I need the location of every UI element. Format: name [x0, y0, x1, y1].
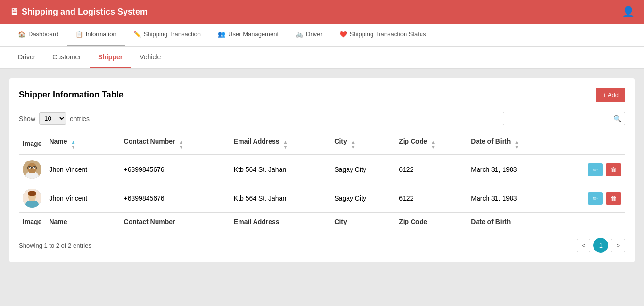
col-image: Image: [19, 133, 45, 155]
footer-col-image: Image: [19, 213, 45, 230]
zip-sort-icon: ▲▼: [431, 139, 436, 150]
sub-item-shipper[interactable]: Shipper: [90, 47, 131, 68]
svg-rect-3: [29, 170, 35, 173]
col-dob[interactable]: Date of Birth ▲▼: [467, 133, 558, 155]
city-sort-icon: ▲▼: [351, 139, 355, 150]
svg-point-7: [34, 167, 35, 168]
svg-point-6: [29, 167, 30, 168]
svg-point-13: [28, 191, 36, 196]
avatar-cell: [19, 155, 45, 184]
avatar-cell: [19, 184, 45, 213]
footer-col-actions: [558, 213, 625, 230]
name-cell: Jhon Vincent: [45, 155, 120, 184]
delete-button[interactable]: 🗑: [606, 192, 621, 205]
footer-col-contact: Contact Number: [120, 213, 230, 230]
col-name[interactable]: Name ▲ ▼: [45, 133, 120, 155]
edit-button[interactable]: ✏: [588, 192, 603, 205]
city-cell: Sagay City: [330, 184, 395, 213]
footer-col-zip: Zip Code: [395, 213, 467, 230]
table-footer: Image Name Contact Number Email Address …: [19, 213, 625, 230]
footer-col-name: Name: [45, 213, 120, 230]
home-icon: 🏠: [18, 31, 25, 38]
email-cell: Ktb 564 St. Jahan: [230, 184, 330, 213]
page-1-button[interactable]: 1: [593, 238, 608, 253]
entries-label: entries: [70, 115, 90, 122]
content-area: Driver Customer Shipper Vehicle Shipper …: [0, 47, 644, 262]
zip-cell: 6122: [395, 155, 467, 184]
city-cell: Sagay City: [330, 155, 395, 184]
header: 🖥 Shipping and Logistics System 👤: [0, 0, 644, 24]
dob-sort-icon: ▲▼: [514, 139, 519, 150]
shipper-table: Image Name ▲ ▼ Contact Number ▲▼ Email A…: [19, 133, 625, 230]
users-icon: 👥: [218, 31, 225, 38]
footer-col-dob: Date of Birth: [467, 213, 558, 230]
col-actions: [558, 133, 625, 155]
table-card-header: Shipper Information Table + Add: [19, 88, 625, 102]
sub-item-vehicle[interactable]: Vehicle: [131, 47, 169, 68]
email-sort-icon: ▲▼: [283, 139, 288, 150]
col-zip[interactable]: Zip Code ▲▼: [395, 133, 467, 155]
search-box: 🔍: [503, 112, 625, 125]
nav-item-information[interactable]: 📋 Information: [67, 24, 125, 46]
table-row: Jhon Vincent +6399845676 Ktb 564 St. Jah…: [19, 155, 625, 184]
dob-cell: March 31, 1983: [467, 155, 558, 184]
edit-button[interactable]: ✏: [588, 163, 603, 176]
next-page-button[interactable]: >: [611, 239, 625, 252]
table-controls: Show 10 25 50 100 entries 🔍: [19, 112, 625, 125]
bike-icon: 🚲: [296, 31, 303, 38]
search-icon: 🔍: [613, 115, 621, 122]
table-body: Jhon Vincent +6399845676 Ktb 564 St. Jah…: [19, 155, 625, 213]
show-entries-control: Show 10 25 50 100 entries: [19, 112, 90, 125]
email-cell: Ktb 564 St. Jahan: [230, 155, 330, 184]
info-icon: 📋: [75, 31, 83, 38]
table-header: Image Name ▲ ▼ Contact Number ▲▼ Email A…: [19, 133, 625, 155]
dob-cell: March 31, 1983: [467, 184, 558, 213]
contact-sort-icon: ▲▼: [179, 139, 183, 150]
prev-page-button[interactable]: <: [577, 239, 591, 252]
app-icon: 🖥: [9, 7, 18, 17]
nav-item-shipping-transaction[interactable]: ✏️ Shipping Transaction: [125, 24, 209, 46]
name-cell: Jhon Vincent: [45, 184, 120, 213]
name-sort-icon: ▲ ▼: [71, 139, 76, 150]
table-row: Jhon Vincent +6399845676 Ktb 564 St. Jah…: [19, 184, 625, 213]
show-label: Show: [19, 115, 35, 122]
action-cell: ✏ 🗑: [558, 184, 625, 213]
nav-item-shipping-status[interactable]: ❤️ Shipping Transaction Status: [331, 24, 435, 46]
nav-item-driver[interactable]: 🚲 Driver: [287, 24, 331, 46]
pagination: < 1 >: [577, 238, 625, 253]
add-button[interactable]: + Add: [596, 88, 625, 102]
col-city[interactable]: City ▲▼: [330, 133, 395, 155]
main-navigation: 🏠 Dashboard 📋 Information ✏️ Shipping Tr…: [0, 24, 644, 47]
sub-navigation: Driver Customer Shipper Vehicle: [0, 47, 644, 69]
pagination-area: Showing 1 to 2 of 2 entries < 1 >: [19, 238, 625, 253]
table-title: Shipper Information Table: [19, 90, 124, 100]
sub-item-customer[interactable]: Customer: [44, 47, 90, 68]
contact-cell: +6399845676: [120, 155, 230, 184]
app-title-text: Shipping and Logistics System: [22, 7, 148, 17]
app-title: 🖥 Shipping and Logistics System: [9, 7, 148, 17]
zip-cell: 6122: [395, 184, 467, 213]
search-input[interactable]: [503, 112, 625, 125]
heart-icon: ❤️: [339, 31, 347, 38]
col-contact[interactable]: Contact Number ▲▼: [120, 133, 230, 155]
delete-button[interactable]: 🗑: [606, 163, 621, 176]
action-cell: ✏ 🗑: [558, 155, 625, 184]
user-icon[interactable]: 👤: [622, 6, 635, 18]
sub-item-driver[interactable]: Driver: [9, 47, 44, 68]
nav-item-dashboard[interactable]: 🏠 Dashboard: [9, 24, 67, 46]
edit-icon: ✏️: [133, 31, 141, 38]
nav-item-user-management[interactable]: 👥 User Management: [209, 24, 287, 46]
shipper-table-card: Shipper Information Table + Add Show 10 …: [9, 78, 635, 262]
avatar: [23, 189, 41, 208]
col-email[interactable]: Email Address ▲▼: [230, 133, 330, 155]
showing-info: Showing 1 to 2 of 2 entries: [19, 242, 91, 249]
contact-cell: +6399845676: [120, 184, 230, 213]
footer-col-email: Email Address: [230, 213, 330, 230]
svg-rect-15: [29, 198, 35, 201]
entries-select[interactable]: 10 25 50 100: [39, 112, 66, 125]
footer-col-city: City: [330, 213, 395, 230]
avatar: [23, 160, 41, 179]
